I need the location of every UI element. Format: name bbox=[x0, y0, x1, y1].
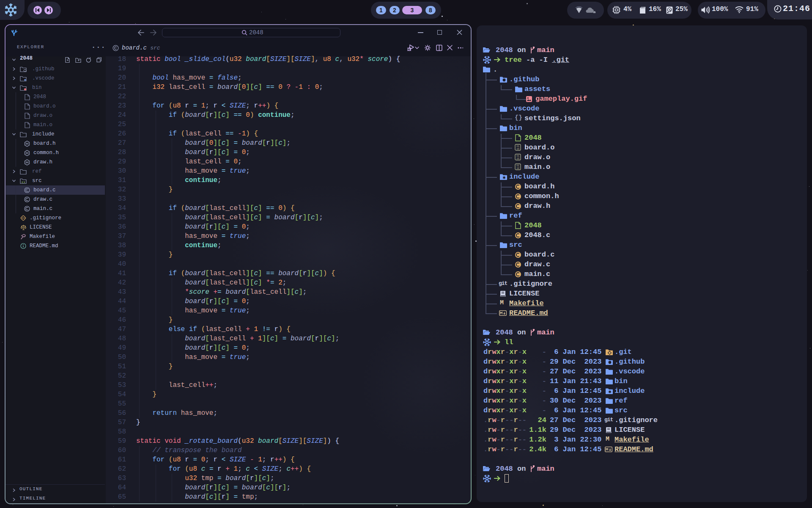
svg-text:10: 10 bbox=[516, 147, 519, 150]
svg-text:10: 10 bbox=[516, 167, 519, 170]
svg-text:10: 10 bbox=[516, 157, 519, 160]
